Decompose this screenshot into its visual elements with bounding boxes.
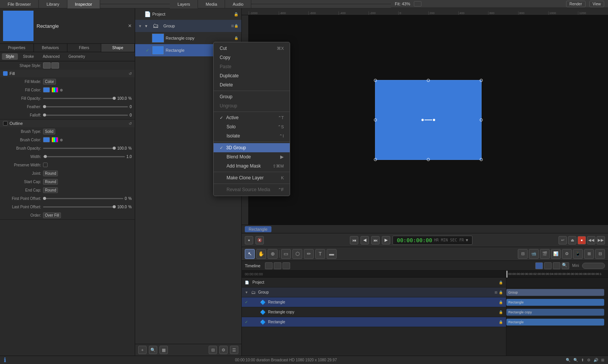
loop-btn[interactable]: ↩ (559, 236, 567, 244)
expand-icon[interactable]: ⊞ (601, 358, 604, 362)
outline-section-header[interactable]: Outline ↺ (0, 120, 135, 127)
speaker-icon[interactable]: 🔊 (594, 358, 598, 362)
tab-behaviors[interactable]: Behaviors (34, 44, 68, 52)
menu-copy[interactable]: Copy (214, 53, 290, 62)
menu-active[interactable]: ✓ Active ⌃T (214, 113, 290, 122)
subtab-advanced[interactable]: Advanced (39, 53, 63, 60)
tool-select[interactable]: ↖ (245, 249, 255, 259)
tl-row-rectangle2[interactable]: ✓ 🔷 Rectangle 🔒 (242, 317, 506, 327)
timeline-track-area[interactable]: 00:00:00:00 00:00:02:00 00:00:04:00 00:0… (506, 271, 608, 356)
mini-dropdown[interactable] (582, 263, 605, 269)
tool-pan[interactable]: ✋ (256, 249, 266, 259)
render-button[interactable]: Render (566, 1, 586, 7)
menu-delete[interactable]: Delete (214, 80, 290, 89)
handle-bottom-right[interactable] (480, 158, 483, 161)
tab-library[interactable]: Library (39, 0, 67, 8)
transport-play-back[interactable]: ◀ (361, 236, 369, 244)
settings-icon[interactable]: ⚙ (587, 358, 590, 362)
track-segment-rectcopy[interactable]: Rectangle copy (506, 309, 604, 316)
menu-group[interactable]: Group (214, 92, 290, 101)
step-fwd-btn[interactable]: ▶▶ (597, 236, 605, 244)
transport-play[interactable]: ▶ (382, 236, 390, 244)
fill-opacity-slider[interactable] (43, 98, 116, 99)
tool-pen[interactable]: ✏ (304, 249, 314, 259)
menu-add-mask[interactable]: Add Image Mask ⇧⌘M (214, 161, 290, 171)
tl-group-expand[interactable]: ▼ (245, 291, 248, 294)
view-mode-2[interactable]: 📹 (529, 249, 539, 259)
record-btn2[interactable]: ⏏ (568, 236, 576, 244)
tab-shape[interactable]: Shape (101, 44, 135, 52)
transport-skip-start[interactable]: ⏮ (350, 236, 358, 244)
view-mode-3[interactable]: 🎬 (540, 249, 550, 259)
width-slider[interactable] (43, 156, 125, 157)
add-layer-btn[interactable]: + (138, 346, 147, 354)
view-button[interactable]: View (589, 1, 605, 7)
tool-rect[interactable]: ▭ (281, 249, 291, 259)
view-mode-4[interactable]: 📊 (551, 249, 561, 259)
transport-mute-btn[interactable]: 🔇 (255, 236, 264, 244)
start-cap-dropdown[interactable]: Round (43, 179, 58, 185)
brush-color-wheel[interactable] (51, 137, 58, 142)
fill-reset-icon[interactable]: ↺ (129, 72, 132, 76)
view-mode-1[interactable]: ⊟ (518, 249, 528, 259)
handle-top-right[interactable] (480, 79, 483, 82)
layer-lock-icon-project[interactable]: 🔒 (234, 12, 238, 16)
layer-item-project[interactable]: 📄 Project 🔒 (135, 8, 241, 20)
shape-style-btn-1[interactable] (43, 62, 51, 69)
tl-row-rectangle[interactable]: ✓ 🔷 Rectangle 🔒 (242, 297, 506, 307)
subtab-geometry[interactable]: Geometry (65, 53, 89, 60)
handle-mid-left[interactable] (374, 118, 377, 121)
fill-mode-dropdown[interactable]: Color (43, 79, 56, 85)
tl-zoom-in[interactable] (544, 262, 552, 269)
layer-item-group[interactable]: ▼ ▼ 🗂 Group ⊞🔒 (135, 20, 241, 32)
view-mode-5[interactable]: ⚙ (562, 249, 572, 259)
subtab-style[interactable]: Style (2, 53, 18, 60)
fill-color-wheel[interactable] (51, 87, 58, 93)
first-offset-slider[interactable] (43, 198, 123, 199)
tl-add-btn[interactable] (282, 262, 290, 269)
track-segment-rect2[interactable]: Rectangle (506, 319, 604, 326)
view-mode-8[interactable]: ⊟ (595, 249, 605, 259)
handle-mid-right[interactable] (480, 118, 483, 121)
brush-type-dropdown[interactable]: Solid (43, 129, 55, 134)
fit-dropdown[interactable] (414, 1, 421, 6)
tl-zoom-out[interactable] (553, 262, 560, 269)
transport-record-btn[interactable]: ● (245, 236, 253, 244)
search-layer-btn[interactable]: 🔍 (149, 346, 157, 354)
tab-filters[interactable]: Filters (67, 44, 101, 52)
subtab-stroke[interactable]: Stroke (19, 53, 38, 60)
settings-btn[interactable]: ⚙ (219, 346, 228, 354)
display-options-btn[interactable]: ⊟ (209, 346, 217, 354)
menu-cut[interactable]: Cut ⌘X (214, 44, 290, 53)
time-display[interactable]: 00:00:00:00 HR MIN SEC FR ▼ (393, 236, 472, 245)
feather-slider[interactable] (43, 106, 128, 107)
handle-bottom-left[interactable] (374, 158, 377, 161)
handle-bottom-mid[interactable] (427, 158, 430, 161)
handle-top-mid[interactable] (427, 79, 430, 82)
menu-make-clone[interactable]: Make Clone Layer K (214, 173, 290, 182)
menu-3d-group[interactable]: ✓ 3D Group (214, 143, 290, 152)
fill-eyedropper-icon[interactable]: ⊕ (60, 88, 63, 92)
layer-check-rect[interactable]: ✓ (146, 48, 150, 53)
tl-search[interactable]: 🔍 (562, 262, 569, 269)
brush-eyedropper-icon[interactable]: ⊕ (60, 138, 63, 142)
canvas-viewport[interactable] (249, 15, 608, 225)
canvas-rectangle[interactable] (375, 80, 482, 160)
tool-shape[interactable]: ⬡ (292, 249, 302, 259)
fill-section-header[interactable]: Fill ↺ (0, 70, 135, 77)
menu-isolate[interactable]: Isolate ⌃I (214, 131, 290, 140)
track-segment-rectangle[interactable]: Rectangle (506, 299, 604, 306)
joint-dropdown[interactable]: Round (43, 171, 58, 176)
zoom-in-icon[interactable]: 🔍 (573, 358, 578, 362)
tl-row-project[interactable]: 📄 Project 🔒 (242, 278, 506, 287)
tool-paint[interactable]: ▬ (327, 249, 337, 259)
group-collapse-btn[interactable]: ▼ (138, 24, 143, 28)
view-mode-7[interactable]: ⊞ (584, 249, 594, 259)
tab-properties[interactable]: Properties (0, 44, 34, 52)
step-back-btn[interactable]: ◀◀ (587, 236, 595, 244)
time-dropdown-icon[interactable]: ▼ (466, 238, 468, 242)
menu-duplicate[interactable]: Duplicate (214, 71, 290, 80)
share-icon[interactable]: ⬆ (581, 358, 584, 362)
tab-file-browser[interactable]: File Browser (0, 0, 39, 8)
brush-color-swatch[interactable] (43, 137, 50, 142)
